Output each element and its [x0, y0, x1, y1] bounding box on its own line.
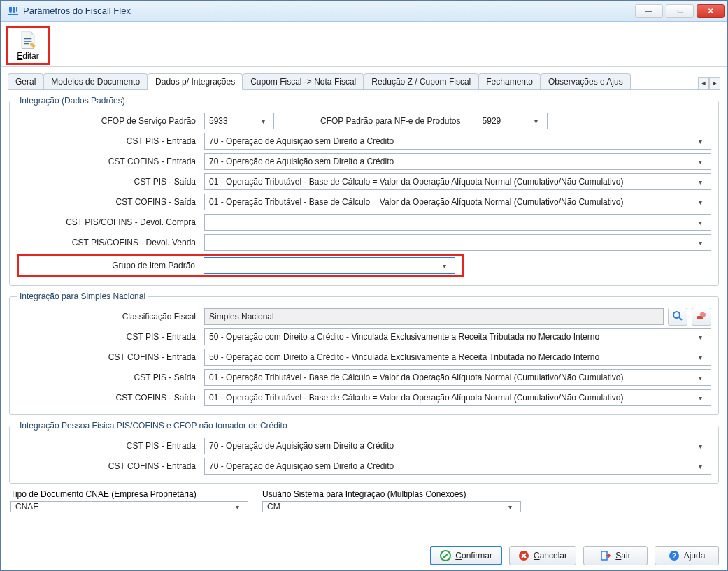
select-sn-cst-cofins-entrada[interactable]: 50 - Operação com Direito a Crédito - Vi…	[204, 349, 711, 366]
clear-button[interactable]	[692, 308, 711, 326]
editar-label: Editar	[17, 51, 38, 61]
tab-observacoes[interactable]: Observações e Ajus	[541, 73, 631, 89]
exit-icon	[600, 550, 611, 561]
titlebar: Parâmetros do Fiscall Flex — ▭ ✕	[1, 1, 727, 22]
label-classificacao-fiscal: Classificação Fiscal	[17, 312, 204, 321]
tab-scroll-left[interactable]: ◄	[698, 77, 709, 89]
chevron-down-icon: ▾	[694, 394, 706, 402]
window-title: Parâmetros do Fiscall Flex	[23, 6, 635, 16]
select-cfop-servico[interactable]: 5933 ▾	[204, 113, 274, 129]
group-legend: Integração Pessoa Física PIS/COFINS e CF…	[17, 421, 290, 431]
select-cst-cofins-saida[interactable]: 01 - Operação Tributável - Base de Cálcu…	[204, 194, 711, 210]
eraser-icon	[696, 310, 707, 324]
chevron-down-icon: ▾	[257, 117, 269, 125]
label-sn-cst-cofins-entrada: CST COFINS - Entrada	[17, 352, 204, 362]
select-sn-cst-pis-entrada[interactable]: 50 - Operação com Direito a Crédito - Vi…	[204, 328, 711, 345]
label-pf-cst-pis-entrada: CST PIS - Entrada	[17, 441, 204, 451]
cancel-icon	[518, 550, 529, 561]
highlight-editar: Editar	[6, 26, 50, 65]
label-cst-cofins-entrada: CST COFINS - Entrada	[17, 157, 204, 166]
input-classificacao-fiscal: Simples Nacional	[204, 308, 664, 325]
select-cst-devol-compra[interactable]: ▾	[204, 214, 711, 231]
bottom-fields: Tipo de Documento CNAE (Empresa Propriet…	[10, 489, 718, 512]
chevron-down-icon: ▾	[694, 178, 706, 186]
group-legend: Integração (Dados Padrões)	[17, 96, 128, 106]
window-controls: — ▭ ✕	[635, 4, 725, 18]
select-tipo-doc-cnae[interactable]: CNAE▾	[10, 501, 248, 512]
label-grupo-item: Grupo de Item Padrão	[22, 261, 204, 270]
select-usuario-sistema[interactable]: CM▾	[262, 501, 521, 512]
confirmar-button[interactable]: Confirmar	[430, 546, 502, 565]
window-frame: Parâmetros do Fiscall Flex — ▭ ✕ Editar …	[0, 0, 728, 571]
close-button[interactable]: ✕	[697, 4, 725, 18]
label-cfop-servico: CFOP de Serviço Padrão	[17, 116, 204, 126]
chevron-down-icon: ▾	[694, 333, 706, 341]
select-grupo-item[interactable]: ▾	[204, 257, 455, 274]
chevron-down-icon: ▾	[231, 503, 243, 511]
group-pessoa-fisica: Integração Pessoa Física PIS/COFINS e CF…	[9, 421, 719, 484]
select-cfop-nfe[interactable]: 5929 ▾	[478, 113, 548, 129]
tab-fechamento[interactable]: Fechamento	[478, 73, 541, 89]
app-icon	[8, 6, 19, 17]
svg-text:?: ?	[672, 552, 676, 560]
tab-modelos[interactable]: Modelos de Documento	[43, 73, 148, 89]
label-usuario-sistema: Usuário Sistema para Integração (Multipl…	[262, 489, 521, 499]
search-icon	[672, 310, 683, 324]
chevron-down-icon: ▾	[438, 262, 450, 270]
chevron-down-icon: ▾	[694, 239, 706, 247]
select-sn-cst-pis-saida[interactable]: 01 - Operação Tributável - Base de Cálcu…	[204, 369, 711, 386]
tab-bar: Geral Modelos de Documento Dados p/ Inte…	[8, 73, 720, 90]
svg-point-0	[673, 312, 680, 318]
content-area: Geral Modelos de Documento Dados p/ Inte…	[1, 67, 727, 540]
chevron-down-icon: ▾	[694, 219, 706, 226]
svg-line-1	[679, 317, 682, 320]
label-sn-cst-cofins-saida: CST COFINS - Saída	[17, 393, 204, 403]
document-edit-icon	[18, 30, 38, 50]
chevron-down-icon: ▾	[694, 374, 706, 382]
chevron-down-icon: ▾	[694, 442, 706, 450]
minimize-button[interactable]: —	[635, 4, 663, 18]
chevron-down-icon: ▾	[694, 138, 706, 145]
tab-reducao-z[interactable]: Redução Z / Cupom Fiscal	[364, 73, 478, 89]
ajuda-button[interactable]: ? Ajuda	[655, 546, 719, 565]
label-tipo-doc-cnae: Tipo de Documento CNAE (Empresa Propriet…	[10, 489, 248, 499]
select-cst-pis-entrada[interactable]: 70 - Operação de Aquisição sem Direito a…	[204, 133, 711, 150]
footer: Confirmar Cancelar Sair ? Ajuda	[1, 540, 727, 570]
label-sn-cst-pis-saida: CST PIS - Saída	[17, 373, 204, 382]
group-legend: Integração para Simples Nacional	[17, 291, 148, 301]
check-icon	[440, 550, 451, 561]
chevron-down-icon: ▾	[694, 198, 706, 206]
label-cfop-nfe: CFOP Padrão para NF-e de Produtos	[320, 116, 461, 126]
chevron-down-icon: ▾	[530, 117, 543, 125]
editar-button[interactable]: Editar	[13, 30, 43, 61]
cancelar-button[interactable]: Cancelar	[509, 546, 576, 565]
sair-button[interactable]: Sair	[583, 546, 648, 565]
maximize-button[interactable]: ▭	[666, 4, 694, 18]
chevron-down-icon: ▾	[694, 158, 706, 166]
label-cst-cofins-saida: CST COFINS - Saída	[17, 197, 204, 207]
select-cst-cofins-entrada[interactable]: 70 - Operação de Aquisição sem Direito a…	[204, 153, 711, 170]
group-dados-padroes: Integração (Dados Padrões) CFOP de Servi…	[9, 96, 719, 286]
tab-dados-integracoes[interactable]: Dados p/ Integrações	[148, 73, 243, 90]
select-pf-cst-pis-entrada[interactable]: 70 - Operação de Aquisição sem Direito a…	[204, 438, 711, 454]
help-icon: ?	[669, 550, 680, 561]
select-cst-devol-venda[interactable]: ▾	[204, 234, 711, 251]
label-sn-cst-pis-entrada: CST PIS - Entrada	[17, 332, 204, 342]
select-pf-cst-cofins-entrada[interactable]: 70 - Operação de Aquisição sem Direito a…	[204, 458, 711, 475]
tab-panel: Integração (Dados Padrões) CFOP de Servi…	[8, 90, 720, 537]
label-pf-cst-cofins-entrada: CST COFINS - Entrada	[17, 461, 204, 471]
tab-geral[interactable]: Geral	[8, 73, 43, 89]
tab-cupom-nota[interactable]: Cupom Fiscal -> Nota Fiscal	[243, 73, 364, 89]
toolbar: Editar	[1, 22, 727, 67]
select-sn-cst-cofins-saida[interactable]: 01 - Operação Tributável - Base de Cálcu…	[204, 389, 711, 406]
label-cst-devol-venda: CST PIS/COFINS - Devol. Venda	[17, 238, 204, 247]
label-cst-pis-entrada: CST PIS - Entrada	[17, 136, 204, 146]
select-cst-pis-saida[interactable]: 01 - Operação Tributável - Base de Cálcu…	[204, 173, 711, 190]
group-simples-nacional: Integração para Simples Nacional Classif…	[9, 291, 719, 415]
chevron-down-icon: ▾	[694, 354, 706, 361]
search-button[interactable]	[668, 308, 687, 326]
tab-scroll-right[interactable]: ►	[709, 77, 720, 89]
label-cst-devol-compra: CST PIS/COFINS - Devol. Compra	[17, 217, 204, 227]
chevron-down-icon: ▾	[694, 463, 706, 470]
label-cst-pis-saida: CST PIS - Saída	[17, 177, 204, 187]
